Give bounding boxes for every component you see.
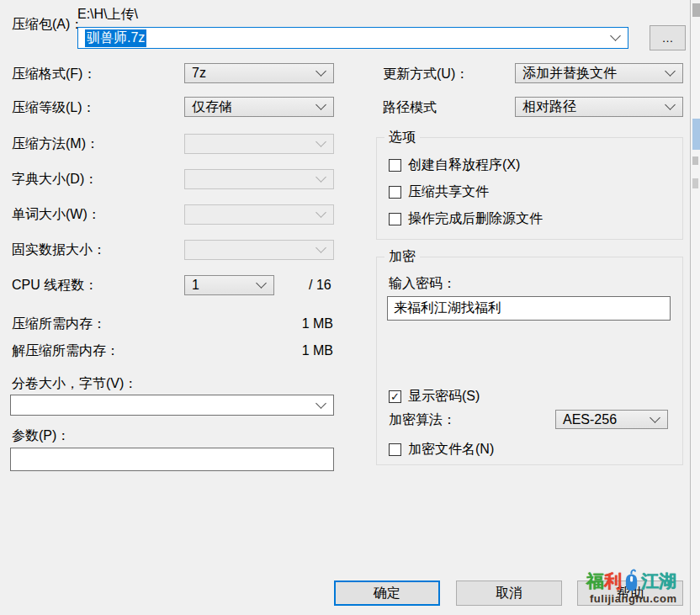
encryption-method-combobox[interactable]: AES-256 [555,410,668,429]
background-window-fragment [692,3,700,17]
checkbox-create-sfx[interactable]: 创建自释放程序(X) [389,156,520,174]
cancel-button[interactable]: 取消 [456,581,562,606]
encryption-method-label: 加密算法： [389,412,456,427]
update-mode-label: 更新方式(U)： [383,66,469,82]
chevron-down-icon [665,99,676,110]
archive-directory: E:\H\上传\ [77,7,138,22]
checkbox-label: 操作完成后删除源文件 [408,210,543,228]
cpu-threads-label: CPU 线程数： [12,278,98,293]
parameters-label: 参数(P)： [12,428,70,443]
method-combobox [184,134,334,154]
checkbox-encrypt-filenames[interactable]: 加密文件名(N) [389,441,494,459]
memory-decompress-label: 解压缩所需内存： [12,343,119,358]
background-text-fragment [692,178,698,188]
chevron-down-icon [316,242,326,253]
level-value: 仅存储 [192,98,232,116]
watermark-cn-left: 福利 [586,572,622,590]
chevron-down-icon [316,66,326,77]
parameters-input[interactable] [10,448,334,471]
word-size-combobox [184,204,334,225]
checkbox-unchecked-icon [389,443,401,456]
background-text-fragment [692,156,698,165]
volume-size-label: 分卷大小，字节(V)： [12,376,137,391]
checkbox-unchecked-icon [389,186,401,199]
ok-button[interactable]: 确定 [334,581,440,606]
path-mode-combobox[interactable]: 相对路径 [515,97,683,117]
archive-name-combobox[interactable]: 驯兽师.7z [77,27,628,49]
checkbox-unchecked-icon [389,213,401,225]
update-mode-value: 添加并替换文件 [522,65,617,82]
password-input[interactable]: 来福利江湖找福利 [387,296,671,321]
background-selection-fragment [692,119,700,150]
chevron-down-icon [650,412,660,423]
chevron-down-icon [316,207,326,218]
dictionary-size-combobox [184,169,334,189]
cpu-threads-combobox[interactable]: 1 [184,275,274,295]
checkbox-show-password[interactable]: ✓ 显示密码(S) [389,388,480,406]
update-mode-combobox[interactable]: 添加并替换文件 [515,63,683,83]
dictionary-size-label: 字典大小(D)： [12,172,98,187]
method-label: 压缩方法(M)： [12,136,99,151]
format-label: 压缩格式(F)： [12,66,96,82]
level-label: 压缩等级(L)： [12,100,96,115]
solid-block-size-combobox [184,240,334,260]
checkbox-label: 压缩共享文件 [408,183,489,201]
archive-label: 压缩包(A)： [12,17,83,32]
password-label: 输入密码： [389,276,456,291]
checkbox-label: 显示密码(S) [408,388,480,406]
browse-button[interactable]: … [650,25,686,50]
checkbox-delete-after[interactable]: 操作完成后删除源文件 [389,210,543,228]
level-combobox[interactable]: 仅存储 [184,97,334,117]
path-mode-label: 路径模式 [383,100,437,115]
chevron-down-icon [316,398,326,409]
memory-compress-value: 1 MB [269,316,333,331]
memory-decompress-value: 1 MB [269,343,333,358]
mouse-icon [623,568,639,593]
encryption-method-value: AES-256 [563,412,617,427]
options-group-title: 选项 [384,130,420,145]
add-to-archive-dialog: 压缩包(A)： E:\H\上传\ 驯兽师.7z … 压缩格式(F)： 7z 压缩… [0,0,700,615]
check-icon: ✓ [389,390,401,403]
background-window-sliver [690,0,700,615]
watermark-cn-right: 江湖 [641,572,676,590]
format-value: 7z [192,66,206,81]
checkbox-unchecked-icon [389,159,401,172]
chevron-down-icon [316,99,326,110]
memory-compress-label: 压缩所需内存： [12,316,106,331]
fulijianghu-watermark: 福利 江湖 fulijianghu.com [586,560,700,612]
checkbox-label: 创建自释放程序(X) [408,156,520,174]
cpu-threads-total: / 16 [309,278,331,293]
encryption-group-title: 加密 [384,249,420,264]
solid-block-size-label: 固实数据大小： [12,242,106,257]
archive-name-selected-text: 驯兽师.7z [85,29,146,47]
chevron-down-icon [256,278,267,289]
chevron-down-icon [316,136,326,147]
watermark-domain: fulijianghu.com [590,592,677,605]
cpu-threads-value: 1 [192,278,199,293]
checkbox-compress-shared[interactable]: 压缩共享文件 [389,183,489,201]
checkbox-label: 加密文件名(N) [408,441,494,459]
chevron-down-icon [665,66,676,77]
word-size-label: 单词大小(W)： [12,207,101,222]
chevron-down-icon [316,172,326,183]
chevron-down-icon [610,30,621,41]
format-combobox[interactable]: 7z [184,63,334,83]
path-mode-value: 相对路径 [522,98,576,116]
volume-size-combobox[interactable] [10,395,334,416]
